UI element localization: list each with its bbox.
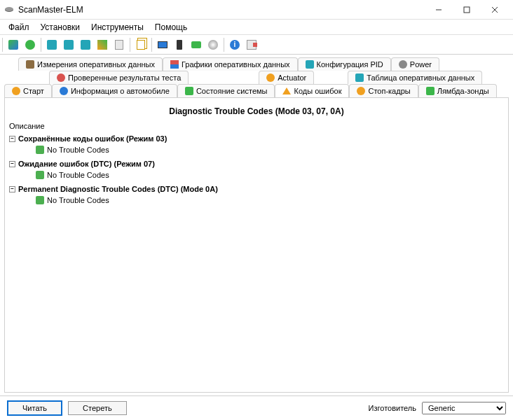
info-icon: [60, 87, 68, 95]
tb-connect-icon[interactable]: [6, 37, 21, 52]
maximize-button[interactable]: [453, 1, 481, 19]
bottom-bar: Читать Стереть Изготовитель Generic: [0, 396, 513, 420]
group-title: Сохранённые коды ошибок (Режим 03): [18, 134, 167, 143]
app-icon: [4, 5, 14, 15]
tree-leaf[interactable]: No Trouble Codes: [9, 195, 504, 206]
tab-start[interactable]: Старт: [4, 84, 52, 97]
tab-label: Состояние системы: [196, 87, 268, 95]
leaf-text: No Trouble Codes: [47, 146, 109, 154]
group-title: Ожидание ошибок (DTC) (Режим 07): [18, 160, 155, 168]
group-pending-codes[interactable]: − Ожидание ошибок (DTC) (Режим 07): [9, 158, 504, 169]
toolbar: i: [0, 35, 513, 55]
tab-label: Старт: [23, 87, 44, 95]
window-title: ScanMaster-ELM: [18, 5, 425, 15]
ok-icon: [36, 146, 44, 154]
tree-leaf[interactable]: No Trouble Codes: [9, 144, 504, 155]
power-icon: [399, 60, 407, 69]
star-icon: [12, 87, 20, 95]
tab-power[interactable]: Power: [391, 57, 439, 71]
tab-system-status[interactable]: Состояние системы: [177, 84, 275, 97]
tab-label: Actuator: [278, 74, 306, 82]
tb-device-icon[interactable]: [172, 37, 187, 52]
chart-icon: [170, 60, 179, 69]
lambda-icon: [426, 87, 435, 95]
menu-tools[interactable]: Инструменты: [86, 21, 149, 34]
tabs-area: Измерения оперативных данных Графики опе…: [0, 55, 513, 97]
menu-bar: Файл Установки Инструменты Помощь: [0, 20, 513, 35]
tab-label: Измерения оперативных данных: [37, 60, 155, 69]
tab-label: Графики оперативных данных: [182, 60, 290, 69]
tab-label: Коды ошибок: [294, 87, 341, 95]
tab-label: Стоп-кадры: [368, 87, 410, 95]
tree-leaf[interactable]: No Trouble Codes: [9, 169, 504, 181]
warning-icon: [282, 88, 291, 94]
collapse-icon[interactable]: −: [9, 161, 15, 167]
tab-pid-config[interactable]: Конфигурация PID: [298, 57, 391, 71]
group-stored-codes[interactable]: − Сохранённые коды ошибок (Режим 03): [9, 133, 504, 144]
tb-grid3-icon[interactable]: [78, 37, 93, 52]
tab-freeze-frames[interactable]: Стоп-кадры: [349, 84, 418, 97]
panel-title: Diagnostic Trouble Codes (Mode 03, 07, 0…: [5, 98, 508, 122]
close-button[interactable]: [481, 1, 509, 19]
svg-rect-3: [464, 7, 470, 13]
tab-actuator[interactable]: Actuator: [259, 71, 314, 84]
codes-tree: − Сохранённые коды ошибок (Режим 03) No …: [5, 133, 508, 209]
collapse-icon[interactable]: −: [9, 136, 15, 142]
gauge-icon: [26, 60, 34, 69]
ok-icon: [36, 171, 44, 179]
tab-label: Информация о автомобиле: [71, 87, 170, 95]
menu-settings[interactable]: Установки: [35, 21, 86, 34]
tb-globe-icon[interactable]: [22, 37, 38, 52]
tb-grid1-icon[interactable]: [44, 37, 60, 52]
tab-live-measurements[interactable]: Измерения оперативных данных: [18, 57, 163, 71]
group-title: Permanent Diagnostic Trouble Codes (DTC)…: [18, 185, 218, 193]
tab-label: Лямбда-зонды: [437, 87, 489, 95]
list-icon: [306, 60, 314, 69]
actuator-icon: [266, 74, 275, 82]
tb-card-icon[interactable]: [189, 37, 204, 52]
description-label: Описание: [5, 122, 508, 133]
leaf-text: No Trouble Codes: [47, 196, 109, 204]
content-panel: Diagnostic Trouble Codes (Mode 03, 07, 0…: [4, 97, 509, 393]
tab-live-table[interactable]: Таблица оперативных данных: [348, 71, 482, 84]
tab-error-codes[interactable]: Коды ошибок: [275, 84, 349, 97]
menu-help[interactable]: Помощь: [149, 21, 193, 34]
snowflake-icon: [357, 87, 365, 95]
svg-point-1: [5, 7, 13, 11]
tb-exit-icon[interactable]: [244, 37, 259, 52]
minimize-button[interactable]: [425, 1, 453, 19]
tab-label: Таблица оперативных данных: [367, 74, 474, 82]
read-button[interactable]: Читать: [7, 400, 62, 416]
tb-monitor-icon[interactable]: [155, 37, 170, 52]
tb-grid2-icon[interactable]: [61, 37, 76, 52]
target-icon: [57, 74, 65, 82]
manufacturer-select[interactable]: Generic: [422, 402, 506, 414]
tab-lambda[interactable]: Лямбда-зонды: [418, 84, 497, 97]
group-permanent-codes[interactable]: − Permanent Diagnostic Trouble Codes (DT…: [9, 183, 504, 195]
leaf-text: No Trouble Codes: [47, 171, 109, 179]
tab-label: Проверенные результаты теста: [68, 74, 181, 82]
tb-grid4-icon[interactable]: [95, 37, 110, 52]
manufacturer-label: Изготовитель: [369, 404, 416, 412]
tab-vehicle-info[interactable]: Информация о автомобиле: [52, 84, 177, 97]
ok-icon: [36, 196, 44, 204]
table-icon: [355, 74, 364, 82]
tab-label: Power: [410, 60, 432, 69]
tb-copy-icon[interactable]: [133, 37, 149, 52]
tab-test-results[interactable]: Проверенные результаты теста: [49, 71, 189, 84]
tb-info-icon[interactable]: i: [227, 37, 242, 52]
status-icon: [185, 87, 193, 95]
tab-label: Конфигурация PID: [317, 60, 383, 69]
tb-calc-icon[interactable]: [111, 37, 127, 52]
collapse-icon[interactable]: −: [9, 186, 15, 192]
tab-live-graphs[interactable]: Графики оперативных данных: [163, 57, 298, 71]
tb-disc-icon[interactable]: [205, 37, 221, 52]
title-bar: ScanMaster-ELM: [0, 0, 513, 20]
erase-button[interactable]: Стереть: [68, 401, 127, 415]
menu-file[interactable]: Файл: [3, 21, 35, 34]
